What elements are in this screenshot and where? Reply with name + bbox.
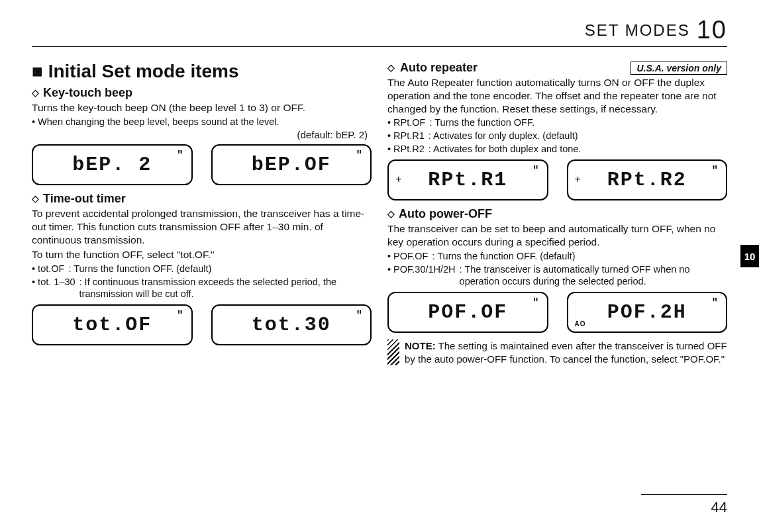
key-beep-heading: ◇ Key-touch beep (32, 86, 372, 100)
content: ■ Initial Set mode items ◇ Key-touch bee… (32, 61, 727, 365)
note-text-wrap: NOTE: The setting is maintained even aft… (405, 339, 727, 365)
timeout-lcd-row: tot.OF " tot.30 " (32, 304, 372, 345)
hatch-border-icon (387, 339, 399, 365)
bullet-key: • tot.OF (32, 263, 64, 275)
bullet-val: : Activates for only duplex. (default) (429, 130, 578, 142)
bullet-key: • POF.OF (387, 250, 428, 263)
bullet-key: • tot. 1–30 (32, 276, 76, 301)
bullet-val: : Activates for both duplex and tone. (429, 143, 582, 155)
timeout-bullet-2: • tot. 1–30 : If continuous transmission… (32, 276, 372, 301)
lcd-mark-icon: " (177, 310, 185, 322)
page: SET MODES 10 ■ Initial Set mode items ◇ … (0, 0, 759, 532)
lcd-text: POF.2H (607, 301, 687, 324)
side-tab-number: 10 (744, 251, 756, 262)
lcd-mark-icon: " (711, 297, 719, 309)
lcd-display: bEP.OF " (211, 144, 372, 185)
lcd-text: tot.OF (72, 314, 152, 336)
lcd-mark-icon: " (177, 150, 185, 161)
note-box: NOTE: The setting is maintained even aft… (387, 339, 727, 365)
diamond-icon: ◇ (32, 87, 39, 98)
lcd-text: RPt.R1 (428, 169, 507, 191)
lcd-mark-icon: " (356, 150, 364, 161)
key-beep-title: Key-touch beep (43, 86, 132, 100)
diamond-icon: ◇ (387, 62, 395, 73)
lcd-text: bEP.OF (252, 154, 331, 176)
auto-rpt-heading-row: ◇ Auto repeater U.S.A. version only (387, 61, 727, 75)
auto-rpt-bullet-3: • RPt.R2 : Activates for both duplex and… (387, 143, 727, 155)
bottom-rule (641, 494, 727, 495)
timeout-heading: ◇ Time-out timer (32, 192, 372, 206)
top-rule (32, 46, 727, 47)
bullet-key: • POF.30/1H/2H (387, 263, 456, 288)
diamond-icon: ◇ (32, 193, 39, 204)
note-label: NOTE: (405, 340, 436, 351)
auto-rpt-bullet-1: • RPt.OF : Turns the function OFF. (387, 116, 727, 129)
bullet-key: • RPt.R2 (387, 143, 425, 155)
lcd-display: tot.OF " (32, 304, 193, 345)
lcd-mark-icon: " (711, 165, 719, 177)
left-column: ■ Initial Set mode items ◇ Key-touch bee… (32, 61, 372, 365)
auto-off-p1: The transceiver can be set to beep and a… (387, 222, 727, 249)
lcd-display: tot.30 " (211, 304, 372, 345)
lcd-text: bEP. 2 (72, 154, 152, 176)
lcd-mark-icon: " (532, 297, 540, 309)
lcd-display: + RPt.R1 " (387, 159, 548, 200)
lcd-display: + RPt.R2 " (567, 159, 728, 200)
right-column: ◇ Auto repeater U.S.A. version only The … (387, 61, 727, 365)
bullet-val: : If continuous transmission exceeds the… (79, 276, 372, 301)
auto-rpt-p1: The Auto Repeater function automatically… (387, 76, 727, 115)
main-title: ■ Initial Set mode items (32, 61, 372, 82)
section-label: SET MODES (585, 21, 690, 40)
auto-off-title: Auto power-OFF (399, 207, 492, 221)
timeout-bullet-1: • tot.OF : Turns the function OFF. (defa… (32, 263, 372, 275)
auto-off-bullet-2: • POF.30/1H/2H : The transceiver is auto… (387, 263, 727, 288)
bullet-key: • RPt.R1 (387, 130, 425, 142)
key-beep-p1: Turns the key-touch beep ON (the beep le… (32, 101, 372, 114)
lcd-display: POF.OF " (387, 292, 548, 333)
timeout-title: Time-out timer (43, 192, 126, 206)
auto-off-lcd-row: POF.OF " AO POF.2H " (387, 292, 727, 333)
timeout-p1: To prevent accidental prolonged transmis… (32, 207, 372, 246)
diamond-icon: ◇ (387, 208, 395, 219)
key-beep-lcd-row: bEP. 2 " bEP.OF " (32, 144, 372, 185)
version-badge: U.S.A. version only (631, 62, 727, 75)
bullet-val: : Turns the function OFF. (default) (432, 250, 575, 263)
bullet-key: • RPt.OF (387, 116, 425, 129)
key-beep-p2: • When changing the beep level, beeps so… (32, 116, 372, 128)
lcd-mark-icon: " (356, 310, 364, 322)
lcd-display: AO POF.2H " (567, 292, 728, 333)
chapter-number: 10 (697, 16, 727, 44)
key-beep-default: (default: bEP. 2) (32, 129, 368, 140)
auto-rpt-bullet-2: • RPt.R1 : Activates for only duplex. (d… (387, 130, 727, 142)
page-number: 44 (711, 499, 727, 516)
auto-off-bullet-1: • POF.OF : Turns the function OFF. (defa… (387, 250, 727, 263)
lcd-display: bEP. 2 " (32, 144, 193, 185)
side-tab: 10 (740, 245, 759, 267)
timeout-p2: To turn the function OFF, select "tot.OF… (32, 248, 372, 261)
bullet-val: : Turns the function OFF. (default) (68, 263, 211, 275)
plus-icon: + (395, 174, 403, 186)
note-text: The setting is maintained even after the… (405, 340, 727, 365)
ao-indicator: AO (575, 320, 586, 328)
auto-off-heading: ◇ Auto power-OFF (387, 207, 727, 221)
lcd-text: tot.30 (252, 314, 331, 336)
lcd-mark-icon: " (532, 165, 540, 177)
bullet-val: : Turns the function OFF. (429, 116, 534, 129)
bullet-val: : The transceiver is automatically turne… (460, 263, 727, 288)
auto-rpt-lcd-row: + RPt.R1 " + RPt.R2 " (387, 159, 727, 200)
lcd-text: POF.OF (428, 301, 507, 324)
lcd-text: RPt.R2 (607, 169, 687, 191)
auto-rpt-title: Auto repeater (400, 61, 478, 75)
running-header: SET MODES 10 (585, 16, 727, 44)
plus-icon: + (575, 174, 583, 186)
